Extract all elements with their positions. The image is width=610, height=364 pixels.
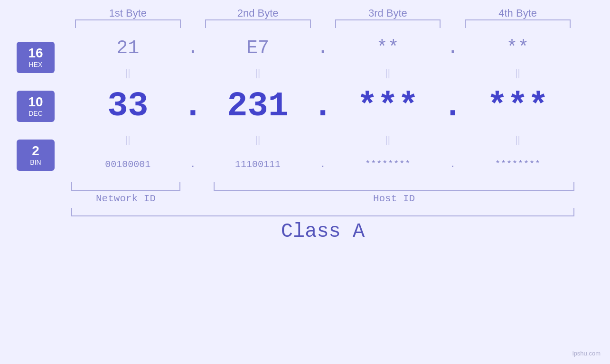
dec-dot2: . xyxy=(315,87,331,126)
hex-b2: E7 xyxy=(201,37,315,59)
eq2-b2: || xyxy=(201,134,315,145)
bracket-b3 xyxy=(335,19,441,28)
hex-row: 21 . E7 . ** . ** xyxy=(71,30,574,66)
badge-column: 16 HEX 10 DEC 2 BIN xyxy=(0,30,71,182)
byte3-header: 3rd Byte xyxy=(331,7,445,19)
top-brackets xyxy=(71,19,574,28)
page-container: 1st Byte 2nd Byte 3rd Byte 4th Byte 16 H… xyxy=(0,0,610,364)
hex-badge-label: HEX xyxy=(29,61,43,68)
bin-b1: 00100001 xyxy=(71,159,185,170)
sub-brackets xyxy=(71,182,574,191)
eq2-b4: || xyxy=(461,134,574,145)
bin-badge-label: BIN xyxy=(30,159,41,166)
class-label: Class A xyxy=(71,220,574,243)
byte1-header: 1st Byte xyxy=(71,7,185,19)
hex-badge-number: 16 xyxy=(22,46,49,61)
hex-b1: 21 xyxy=(71,37,185,59)
dec-badge-label: DEC xyxy=(28,110,43,117)
outer-bracket xyxy=(71,208,574,216)
byte2-header: 2nd Byte xyxy=(201,7,315,19)
network-bracket xyxy=(71,182,180,191)
eq1-b1: || xyxy=(71,68,185,79)
hex-b3: ** xyxy=(331,37,445,59)
middle-section: 16 HEX 10 DEC 2 BIN 21 . xyxy=(0,30,610,182)
dec-b1: 33 xyxy=(71,87,185,126)
eq1-b4: || xyxy=(461,68,574,79)
eq1-b2: || xyxy=(201,68,315,79)
sub-labels: Network ID Host ID xyxy=(71,193,574,204)
dec-badge: 10 DEC xyxy=(17,91,55,122)
network-id-label: Network ID xyxy=(71,193,180,204)
host-bracket xyxy=(214,182,574,191)
byte4-header: 4th Byte xyxy=(461,7,574,19)
bin-dot1: . xyxy=(185,159,201,170)
bin-badge: 2 BIN xyxy=(17,140,55,171)
hex-b4: ** xyxy=(461,37,574,59)
hex-badge: 16 HEX xyxy=(17,42,55,73)
data-columns: 21 . E7 . ** . ** xyxy=(71,30,574,182)
top-section: 1st Byte 2nd Byte 3rd Byte 4th Byte xyxy=(0,7,610,30)
bin-dot2: . xyxy=(315,159,331,170)
dec-b2: 231 xyxy=(201,87,315,126)
hex-dot1: . xyxy=(185,37,201,59)
dec-badge-number: 10 xyxy=(22,94,49,110)
eq1-b3: || xyxy=(331,68,445,79)
bottom-section: Network ID Host ID Class A xyxy=(0,182,610,243)
dec-dot3: . xyxy=(444,87,461,126)
bin-badge-number: 2 xyxy=(22,143,49,159)
bin-dot3: . xyxy=(444,159,461,170)
bin-b4: ******** xyxy=(461,159,574,170)
eq2-b1: || xyxy=(71,134,185,145)
bin-b2: 11100111 xyxy=(201,159,315,170)
eq-row-2: || || || || xyxy=(71,132,574,147)
eq2-b3: || xyxy=(331,134,445,145)
bracket-b1 xyxy=(75,19,181,28)
dec-row: 33 . 231 . *** . *** xyxy=(71,80,574,132)
bracket-b4 xyxy=(465,19,571,28)
byte-headers: 1st Byte 2nd Byte 3rd Byte 4th Byte xyxy=(71,7,574,19)
hex-dot2: . xyxy=(315,37,331,59)
dec-b3: *** xyxy=(331,87,445,126)
host-id-label: Host ID xyxy=(214,193,574,204)
bracket-b2 xyxy=(205,19,311,28)
watermark: ipshu.com xyxy=(572,350,601,357)
dec-b4: *** xyxy=(461,87,574,126)
bin-b3: ******** xyxy=(331,159,445,170)
hex-dot3: . xyxy=(444,37,461,59)
eq-row-1: || || || || xyxy=(71,66,574,80)
dec-dot1: . xyxy=(185,87,201,126)
bin-row: 00100001 . 11100111 . ******** . xyxy=(71,147,574,182)
